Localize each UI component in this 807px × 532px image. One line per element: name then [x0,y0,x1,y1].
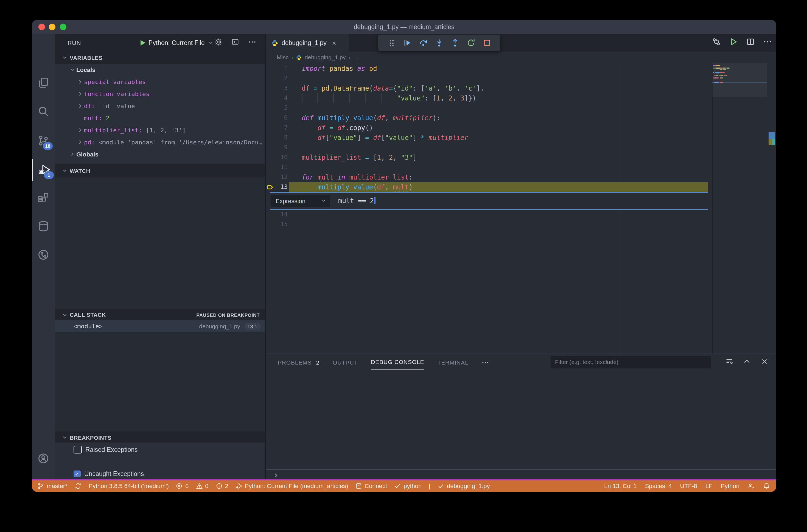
chevron-right-icon[interactable] [77,139,84,145]
activity-bar-item-database[interactable] [32,215,55,237]
close-panel-icon[interactable] [760,357,769,368]
breakpoints-section-header[interactable]: BREAKPOINTS [55,432,265,443]
chevron-right-icon[interactable] [70,152,76,157]
variable-row[interactable]: special variables [55,76,265,88]
step-into-button[interactable] [435,38,444,48]
debug-console-input[interactable] [266,469,776,479]
condition-type-select[interactable]: Expression [271,195,330,207]
chevron-right-icon[interactable] [77,103,84,109]
status-item-master-[interactable]: master* [37,482,68,490]
chevron-right-icon[interactable] [77,79,84,84]
panel-tab-output[interactable]: OUTPUT [333,355,358,370]
panel-tab-terminal[interactable]: TERMINAL [438,355,468,370]
panel-more-icon[interactable] [481,355,489,370]
status-item-python[interactable]: python [394,482,422,490]
activity-bar-item-remote-target[interactable] [32,244,55,266]
continue-button[interactable] [403,38,412,48]
panel-tab-problems[interactable]: PROBLEMS2 [278,355,320,370]
code-line[interactable]: 14 [266,210,776,220]
breadcrumb-symbol[interactable]: … [353,54,359,60]
title-bar[interactable]: debugging_1.py — medium_articles [32,20,776,34]
breakpoint-row[interactable]: ✓Uncaught Exceptions [55,468,265,479]
breakpoint-row[interactable]: Raised Exceptions [55,443,265,456]
breakpoint-checkbox[interactable]: ✓ [74,471,80,477]
code-line[interactable]: 11 [266,163,776,172]
status-item-0[interactable]: 0 [176,482,189,490]
code-line[interactable]: 12for mult in multiplier_list: [266,172,776,182]
debug-configuration-select[interactable]: Python: Current File [149,40,205,46]
step-over-button[interactable] [419,38,428,48]
activity-bar-item-files[interactable] [32,71,55,93]
condition-expression-input[interactable]: mult == 2 [338,193,375,209]
status-item[interactable] [748,482,754,490]
code-line[interactable]: 13 multiply_value(df, mult) [266,182,776,192]
code-editor[interactable]: 1import pandas as pd23df = pd.DataFrame(… [266,62,776,354]
open-changes-icon[interactable] [712,37,721,48]
chevron-right-icon[interactable] [77,127,84,133]
code-line[interactable]: 8 df["value"] = df["value"] * multiplier [266,133,776,143]
activity-bar-item-settings-gear[interactable] [32,475,55,479]
stop-button[interactable] [482,38,491,48]
code-line[interactable]: 5 [266,103,776,113]
status-item-0[interactable]: 0 [196,482,208,490]
split-editor-icon[interactable] [746,37,755,48]
status-item[interactable] [75,482,81,490]
status-item-connect[interactable]: Connect [355,482,387,490]
debug-filter-box[interactable] [551,356,711,368]
status-item[interactable] [763,482,770,490]
more-actions-icon[interactable] [248,38,256,48]
status-item-spaces-4[interactable]: Spaces: 4 [645,483,672,490]
maximize-panel-icon[interactable] [743,357,751,368]
status-item-python-3-8-5-64-bit-medi[interactable]: Python 3.8.5 64-bit ('medium') [89,483,169,490]
chevron-right-icon[interactable] [77,91,84,97]
activity-bar-item-source-control[interactable]: 18 [32,130,55,152]
code-line[interactable]: 1import pandas as pd [266,64,776,74]
run-icon[interactable] [729,37,738,48]
gear-icon[interactable] [214,38,222,48]
watch-section-header[interactable]: WATCH [55,165,265,177]
status-item-python-current-file-medi[interactable]: Python: Current File (medium_articles) [235,482,348,490]
variable-row[interactable]: df: id value [55,100,265,112]
status-item--[interactable]: | [429,483,430,490]
breadcrumb-folder[interactable]: Misc [277,54,288,60]
restart-button[interactable] [466,38,476,48]
status-item-debugging-1-py[interactable]: debugging_1.py [438,482,490,490]
code-line[interactable]: 10multiplier_list = [1, 2, "3"] [266,153,776,163]
start-debugging-button[interactable] [140,40,145,45]
panel-tab-debug-console[interactable]: DEBUG CONSOLE [371,355,424,370]
activity-bar-item-run-debug[interactable]: 1 [32,159,56,180]
code-line[interactable]: 2 [266,74,776,83]
status-item-utf-8[interactable]: UTF-8 [680,483,697,490]
breadcrumb[interactable]: Misc › debugging_1.py › … [266,52,776,62]
call-stack-section-header[interactable]: CALL STACK PAUSED ON BREAKPOINT [55,309,265,321]
activity-bar-item-extensions[interactable] [32,187,55,209]
variable-row[interactable]: function variables [55,88,265,100]
status-item-python[interactable]: Python [721,483,740,490]
variable-row[interactable]: mult: 2 [55,112,265,124]
debug-console-icon[interactable] [231,38,239,48]
more-icon[interactable] [763,37,772,48]
status-item-ln-13-col-1[interactable]: Ln 13, Col 1 [604,483,637,490]
breakpoint-condition-widget[interactable]: Expressionmult == 2 [270,192,708,210]
variables-section-header[interactable]: VARIABLES [55,52,265,64]
variable-row[interactable]: Globals [55,148,265,160]
status-item-2[interactable]: 2 [215,482,228,490]
close-tab-icon[interactable]: × [332,39,336,47]
code-line[interactable]: 7 df = df.copy() [266,123,776,133]
activity-bar-item-account[interactable] [32,448,55,470]
code-line[interactable]: 6def multiply_value(df, multiplier): [266,113,776,123]
code-line[interactable]: 4 "value": [1, 2, 3]}) [266,93,776,103]
variable-row[interactable]: Locals [55,64,265,76]
status-item-lf[interactable]: LF [706,483,713,490]
variable-row[interactable]: multiplier_list: [1, 2, '3'] [55,124,265,136]
chevron-down-icon[interactable] [70,67,76,73]
code-line[interactable]: 9 [266,143,776,153]
code-line[interactable]: 3df = pd.DataFrame(data={"id": ['a', 'b'… [266,83,776,93]
tab-debugging-1-py[interactable]: debugging_1.py × [266,34,349,52]
activity-bar-item-search[interactable] [32,100,55,122]
filter-input[interactable] [551,359,711,365]
code-line[interactable]: 15 [266,220,776,229]
call-stack-frame[interactable]: <module>debugging_1.py13:1 [55,320,265,332]
variable-row[interactable]: pd: <module 'pandas' from '/Users/elewin… [55,136,265,148]
breakpoint-checkbox[interactable] [74,446,81,454]
